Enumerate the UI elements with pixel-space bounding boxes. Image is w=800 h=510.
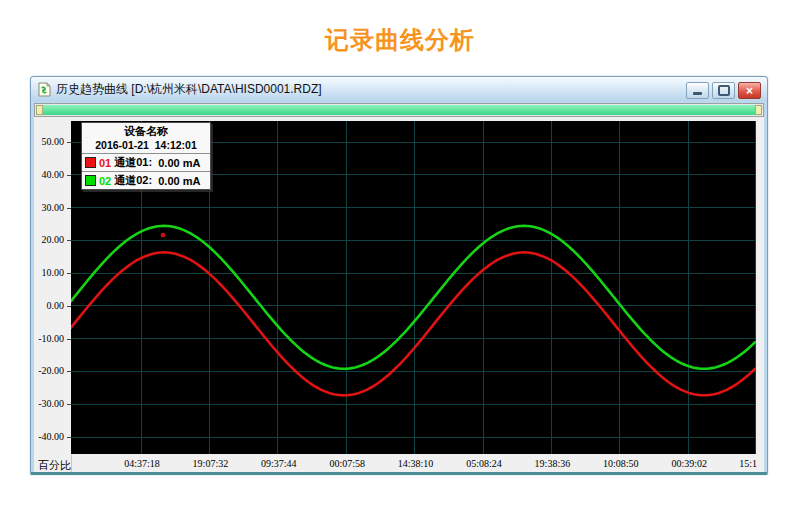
channel-01-id: 01 (99, 157, 111, 169)
y-tick-label: -10.00 (38, 333, 64, 344)
maximize-button[interactable] (712, 82, 735, 99)
document-icon (38, 82, 51, 97)
y-tick-label: 10.00 (42, 267, 65, 278)
x-tick-label: 04:37:18 (124, 458, 160, 469)
y-axis: 50.0040.0030.0020.0010.000.00-10.00-20.0… (34, 121, 71, 454)
minimize-button[interactable] (686, 82, 709, 99)
channel-01-value: 0.00 mA (155, 157, 200, 169)
minimize-icon (693, 92, 702, 95)
close-button[interactable]: × (738, 82, 761, 99)
curve-channel-02 (71, 226, 755, 369)
range-handle-right[interactable] (755, 105, 762, 115)
window-title: 历史趋势曲线 [D:\杭州米科\DATA\HISD0001.RDZ] (56, 81, 322, 98)
maximize-icon (718, 85, 730, 96)
x-tick-label: 09:37:44 (261, 458, 297, 469)
y-tick-label: 0.00 (47, 300, 65, 311)
close-icon: × (746, 85, 753, 97)
x-axis: 04:37:1819:07:3209:37:4400:07:5814:38:10… (71, 455, 757, 472)
range-handle-left[interactable] (36, 105, 43, 115)
x-tick-label: 00:39:02 (671, 458, 707, 469)
legend-row-channel-02: 02 通道02: 0.00 mA (82, 171, 210, 189)
y-tick-label: -40.00 (38, 431, 64, 442)
titlebar[interactable]: 历史趋势曲线 [D:\杭州米科\DATA\HISD0001.RDZ] × (31, 77, 767, 101)
channel-02-id: 02 (99, 175, 111, 187)
channel-02-label: 通道02: (114, 173, 152, 188)
x-tick-label: 00:07:58 (329, 458, 365, 469)
y-tick-label: 50.00 (42, 136, 65, 147)
y-tick-label: -20.00 (38, 365, 64, 376)
x-tick-label: 15:1 (739, 458, 757, 469)
channel-02-value: 0.00 mA (155, 175, 200, 187)
legend-header: 设备名称 (82, 123, 210, 139)
legend-row-channel-01: 01 通道01: 0.00 mA (82, 153, 210, 171)
legend-panel: 设备名称 2016-01-21 14:12:01 01 通道01: 0.00 m… (81, 122, 211, 190)
channel-01-swatch (85, 157, 96, 168)
channel-01-label: 通道01: (114, 155, 152, 170)
x-tick-label: 19:07:32 (193, 458, 229, 469)
y-tick-label: 20.00 (42, 234, 65, 245)
y-tick-label: 30.00 (42, 202, 65, 213)
cursor-dot (161, 233, 166, 238)
range-fill (43, 105, 755, 115)
channel-02-swatch (85, 175, 96, 186)
x-tick-label: 10:08:50 (603, 458, 639, 469)
chart-client-area: 50.0040.0030.0020.0010.000.00-10.00-20.0… (34, 117, 764, 472)
page-title: 记录曲线分析 (0, 0, 800, 56)
y-tick-label: -30.00 (38, 398, 64, 409)
app-window: 历史趋势曲线 [D:\杭州米科\DATA\HISD0001.RDZ] × 50.… (30, 76, 768, 475)
x-tick-label: 19:38:36 (535, 458, 571, 469)
y-unit-label: 百分比 (38, 458, 71, 472)
x-tick-label: 05:08:24 (466, 458, 502, 469)
legend-timestamp: 2016-01-21 14:12:01 (82, 139, 210, 153)
y-tick-label: 40.00 (42, 169, 65, 180)
x-tick-label: 14:38:10 (398, 458, 434, 469)
time-range-scrollbar[interactable] (34, 103, 764, 117)
